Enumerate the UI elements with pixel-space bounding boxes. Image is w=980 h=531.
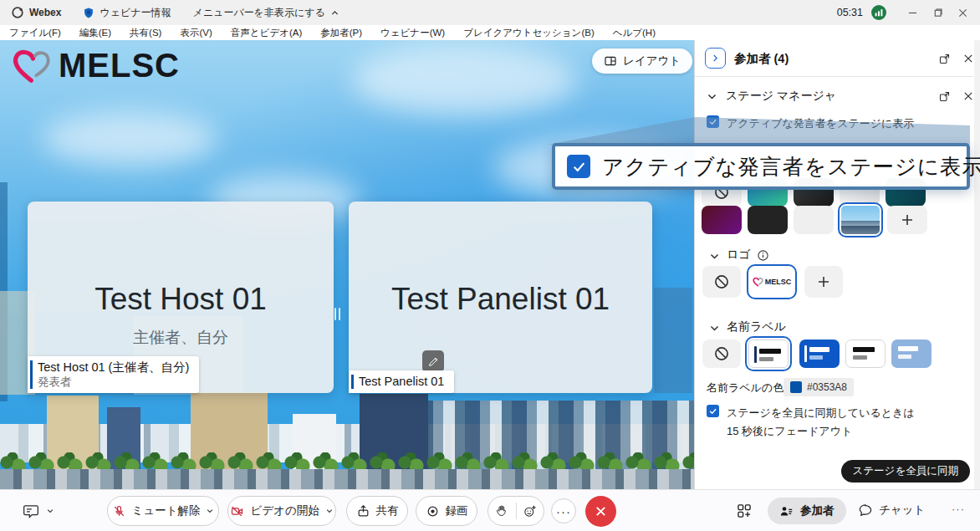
background-swatch-purple[interactable] [702,206,742,234]
name-label-line1: Test Host 01 (主催者、自分) [38,360,189,375]
color-value: #0353A8 [807,381,847,393]
reactions-smiley-button[interactable] [516,504,544,518]
control-bar: ミュート解除 ビデオの開始 共有 [0,489,980,531]
popout-participants-button[interactable] [937,51,952,66]
background-building [654,288,692,393]
unmute-button[interactable]: ミュート解除 [107,496,219,526]
name-label-section-title: 名前ラベル [727,319,786,334]
record-button[interactable]: 録画 [416,496,477,526]
collapse-logo-button[interactable] [707,248,722,263]
minimize-icon [908,8,917,18]
background-swatch-city-selected[interactable] [838,202,883,237]
menu-audio-video[interactable]: 音声とビデオ(A) [222,27,311,39]
titlebar-right: 05:31 [837,0,980,25]
maximize-button[interactable] [925,0,950,25]
minimize-button[interactable] [900,0,925,25]
collapse-name-label-button[interactable] [707,320,722,335]
layout-button[interactable]: レイアウト [592,49,692,74]
chat-panel-button[interactable]: チャット [858,503,925,518]
menu-edit[interactable]: 編集(E) [70,27,120,39]
prohibited-icon [713,345,730,362]
participants-icon [779,504,794,518]
menu-share[interactable]: 共有(S) [120,27,171,39]
share-button[interactable]: 共有 [346,496,408,526]
popout-icon [938,53,951,65]
edit-name-button[interactable] [422,350,444,372]
name-label-none-swatch[interactable] [702,340,741,368]
raise-hand-button[interactable] [488,504,516,518]
name-label-style-4[interactable] [891,340,932,368]
prohibited-icon [713,273,730,290]
layout-icon [604,54,617,68]
maximize-icon [933,8,942,18]
menu-file[interactable]: ファイル(F) [0,27,70,39]
background-swatch-black[interactable] [748,206,788,234]
menu-help[interactable]: ヘルプ(H) [604,27,665,39]
collapse-stage-manager-button[interactable] [707,91,717,105]
expand-participants-button[interactable] [705,48,726,69]
menu-view[interactable]: 表示(V) [171,27,221,39]
logo-swatch-melsc-selected[interactable]: MELSC [747,264,797,299]
background-swatch-gray[interactable] [794,206,834,234]
cloud [42,112,217,166]
popout-stage-manager-button[interactable] [937,89,952,104]
start-video-button[interactable]: ビデオの開始 [227,496,336,526]
tile-role-subtitle: 主催者、自分 [28,327,334,349]
chevron-down-icon [709,323,720,334]
leave-meeting-button[interactable] [585,496,616,527]
reactions-button[interactable] [487,496,544,526]
sync-stage-to-all-button[interactable]: ステージを全員に同期 [841,460,970,482]
name-label-style-1-selected[interactable] [745,336,792,371]
logo-none-swatch[interactable] [702,266,741,298]
name-label-style-3[interactable] [845,340,886,368]
sync-fade-label-line2: 15 秒後にフェードアウト [727,424,852,439]
chevron-up-icon [330,8,339,18]
share-icon [356,504,370,518]
video-stage: MELSC レイアウト Test Host 01 主催者、自分 Test Hos… [0,40,694,489]
name-label-color-chip[interactable]: #0353A8 [783,378,854,396]
tile-resize-handle[interactable] [334,308,340,320]
add-background-button[interactable] [887,206,927,234]
chevron-down-icon [46,507,54,515]
reactions-icon [523,504,537,518]
cloud [351,45,577,115]
close-participants-button[interactable] [961,51,976,66]
webex-logo: Webex [11,6,61,19]
video-tile-host[interactable]: Test Host 01 主催者、自分 Test Host 01 (主催者、自分… [28,202,334,393]
name-label-accent-bar [30,360,33,389]
captions-button[interactable] [22,503,54,519]
melsc-heart-icon [753,277,763,287]
pencil-icon [428,356,439,367]
logo-section-title: ロゴ [727,248,751,263]
close-icon [962,90,974,102]
hide-menubar-button[interactable]: メニューバーを非表示にする [193,6,339,20]
sidebar: 参加者 (4) ステージ マネージャ [694,40,980,489]
apps-button[interactable] [736,503,753,519]
participants-panel-button[interactable]: 参加者 [768,498,846,524]
video-tile-panelist[interactable]: Test Panelist 01 Test Panelist 01 [349,202,652,393]
menu-breakout[interactable]: ブレイクアウトセッション(B) [454,27,604,39]
menu-webinar[interactable]: ウェビナー(W) [371,27,454,39]
sidebar-scrollbar[interactable] [974,40,980,489]
connection-quality-icon[interactable] [871,5,886,20]
close-window-button[interactable] [950,0,975,25]
brand-name: MELSC [59,47,180,84]
camera-off-icon [230,504,244,518]
magnified-tooltip: アクティブな発言者をステージに表示 [552,143,970,190]
webinar-info-button[interactable]: ウェビナー情報 [83,6,171,20]
more-options-button[interactable]: ··· [551,498,576,523]
webex-logo-icon [11,6,24,19]
name-label-style-2[interactable] [799,340,840,368]
participants-title: 参加者 (4) [734,51,789,67]
sync-fade-checkbox[interactable] [707,405,719,417]
mic-off-icon [112,504,126,518]
menu-participants[interactable]: 参加者(P) [311,27,371,39]
chevron-down-icon [206,507,214,515]
close-stage-manager-button[interactable] [961,89,976,104]
add-logo-button[interactable] [804,266,843,298]
more-panels-button[interactable]: ··· [952,503,965,515]
sync-fade-label-line1[interactable]: ステージを全員に同期しているときは [727,406,915,421]
city-thumbnail [841,206,880,234]
color-swatch [790,381,802,393]
info-icon[interactable] [755,248,770,263]
